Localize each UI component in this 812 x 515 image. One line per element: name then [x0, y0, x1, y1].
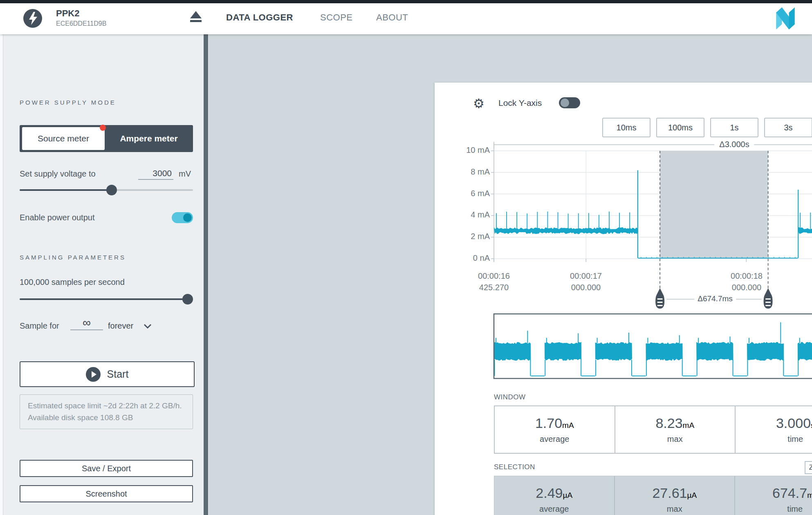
sample-duration-input[interactable] — [70, 316, 103, 330]
voltage-slider-thumb[interactable] — [106, 185, 117, 195]
y-tick: 4 mA — [449, 210, 490, 219]
supply-voltage-input[interactable] — [138, 168, 173, 180]
meter-mode-toggle-group: Source meter Ampere meter — [20, 125, 193, 152]
sample-duration-label: Sample for — [20, 321, 59, 331]
tab-data-logger[interactable]: DATA LOGGER — [226, 12, 293, 23]
sample-rate-label: 100,000 samples per second — [20, 278, 125, 287]
power-supply-mode-title: POWER SUPPLY MODE — [20, 99, 116, 106]
y-tick: 6 mA — [449, 189, 490, 198]
disk-space-note: Estimated space limit ~2d 2:22h at 2.2 G… — [20, 394, 193, 429]
y-tick: 2 mA — [449, 232, 490, 241]
x-tick: 00:00:16425.270 — [478, 270, 510, 293]
nordic-logo-icon — [776, 7, 795, 29]
sidebar-left-strip — [0, 34, 3, 515]
mode-source-meter[interactable]: Source meter — [22, 127, 105, 150]
eject-icon — [190, 11, 202, 18]
save-export-button[interactable]: Save / Export — [20, 460, 193, 477]
main-chart[interactable] — [435, 83, 812, 515]
play-icon — [86, 367, 101, 382]
screenshot-button[interactable]: Screenshot — [20, 485, 193, 502]
power-device-icon — [23, 9, 42, 28]
chart-card: ⚙ Lock Y-axis LIVE VIEW 10ms 100ms 1s 3s… — [435, 83, 812, 515]
sidebar: POWER SUPPLY MODE Source meter Ampere me… — [0, 34, 209, 515]
device-serial: ECE6DDE11D9B — [56, 20, 106, 27]
supply-voltage-unit: mV — [179, 169, 191, 179]
window-top-strip — [0, 0, 812, 3]
eject-device-button[interactable] — [189, 11, 203, 26]
tab-about[interactable]: ABOUT — [376, 12, 408, 23]
x-tick: 00:00:18000.000 — [731, 270, 763, 293]
sample-rate-slider-thumb[interactable] — [182, 294, 193, 305]
sample-rate-slider-fill — [20, 298, 193, 300]
enable-power-output-label: Enable power output — [20, 213, 94, 222]
x-tick: 00:00:17000.000 — [570, 270, 602, 293]
tab-scope[interactable]: SCOPE — [320, 12, 353, 23]
y-tick: 10 mA — [449, 146, 490, 155]
selection-delta-label: Δ674.7ms — [694, 293, 736, 304]
mode-ampere-meter[interactable]: Ampere meter — [105, 125, 193, 152]
voltage-slider-fill — [20, 189, 112, 191]
selection-region[interactable] — [660, 151, 768, 259]
device-name: PPK2 — [56, 8, 79, 19]
sampling-parameters-title: SAMPLING PARAMETERS — [20, 254, 126, 261]
main-area: ⚙ Lock Y-axis LIVE VIEW 10ms 100ms 1s 3s… — [209, 34, 812, 515]
enable-power-output-switch[interactable] — [172, 212, 193, 223]
chevron-down-icon[interactable] — [143, 323, 152, 329]
start-button[interactable]: Start — [20, 361, 195, 387]
y-tick: 8 mA — [449, 167, 490, 177]
app-header: PPK2 ECE6DDE11D9B DATA LOGGER SCOPE ABOU… — [0, 3, 812, 34]
supply-voltage-label: Set supply voltage to — [20, 169, 96, 179]
sidebar-scrollbar[interactable] — [204, 34, 208, 515]
y-tick: 0 nA — [449, 253, 490, 263]
sample-duration-unit-select[interactable]: forever — [108, 321, 133, 331]
window-delta-label: Δ3.000s — [714, 139, 754, 150]
